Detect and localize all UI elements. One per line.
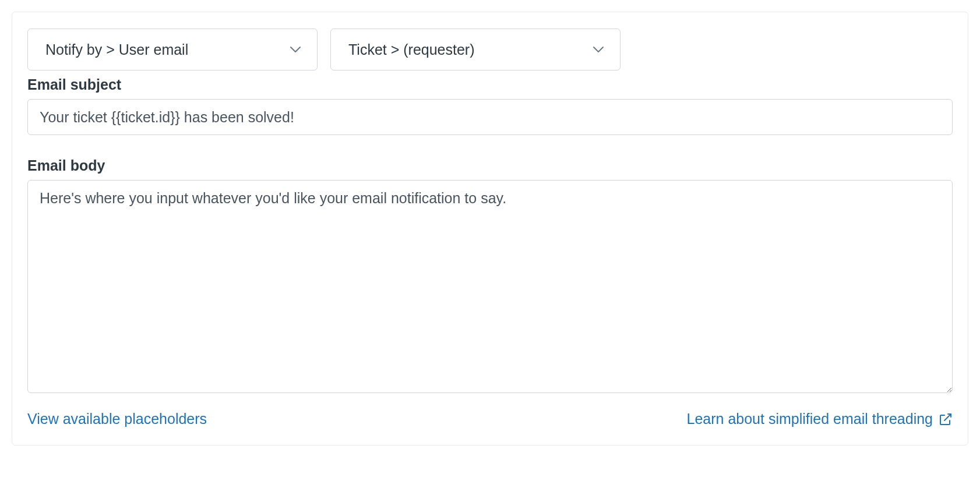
email-subject-label: Email subject	[27, 76, 953, 93]
recipient-value: Ticket > (requester)	[348, 41, 475, 58]
notify-by-select[interactable]: Notify by > User email	[27, 29, 318, 70]
learn-threading-link[interactable]: Learn about simplified email threading	[687, 411, 953, 427]
email-body-label: Email body	[27, 157, 953, 174]
recipient-select[interactable]: Ticket > (requester)	[330, 29, 621, 70]
email-body-textarea[interactable]	[27, 180, 953, 393]
view-placeholders-link[interactable]: View available placeholders	[27, 411, 207, 427]
notify-by-value: Notify by > User email	[45, 41, 188, 58]
email-subject-input[interactable]	[27, 99, 953, 135]
external-link-icon	[939, 412, 953, 426]
chevron-down-icon	[592, 43, 605, 56]
email-action-panel: Notify by > User email Ticket > (request…	[12, 12, 968, 446]
footer-links-row: View available placeholders Learn about …	[27, 411, 953, 427]
action-select-row: Notify by > User email Ticket > (request…	[27, 29, 953, 70]
learn-threading-label: Learn about simplified email threading	[687, 411, 933, 427]
chevron-down-icon	[289, 43, 302, 56]
